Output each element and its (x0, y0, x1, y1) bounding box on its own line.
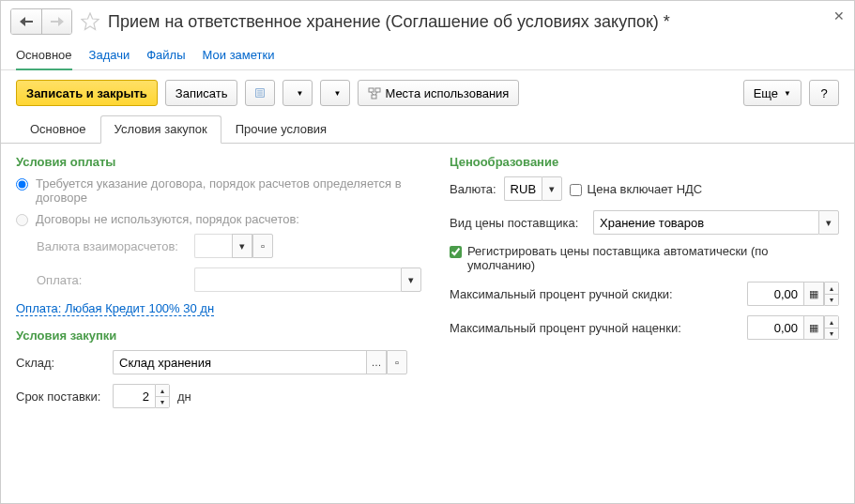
toolbar: Записать и закрыть Записать ▼ ▼ Места ис… (1, 70, 854, 115)
max-discount-calc[interactable]: ▦ (803, 282, 824, 306)
max-discount-input[interactable] (747, 282, 803, 306)
copy-dropdown-button[interactable]: ▼ (320, 80, 350, 106)
max-markup-down[interactable]: ▾ (825, 328, 838, 339)
save-close-button[interactable]: Записать и закрыть (16, 80, 158, 106)
left-column: Условия оплаты Требуется указание догово… (16, 155, 421, 492)
valuta-label: Валюта: (450, 182, 496, 196)
svg-rect-8 (369, 88, 374, 92)
valuta-row: Валюта: ▾ Цена включает НДС (450, 176, 839, 201)
auto-register-row: Регистрировать цены поставщика автоматич… (450, 244, 839, 272)
currency-open[interactable]: ▫ (252, 234, 273, 258)
nav-tab-zadachi[interactable]: Задачи (89, 48, 130, 62)
svg-rect-9 (375, 88, 380, 92)
subtab-prochie[interactable]: Прочие условия (221, 115, 341, 143)
max-markup-up[interactable]: ▴ (825, 316, 838, 328)
max-markup-row: Максимальный процент ручной наценки: ▦ ▴… (450, 315, 839, 340)
page-title: Прием на ответственное хранение (Соглаше… (108, 12, 670, 32)
currency-input[interactable] (194, 234, 232, 258)
price-type-row: Вид цены поставщика: ▾ (450, 210, 839, 235)
sub-tabs: Основное Условия закупок Прочие условия (1, 115, 854, 144)
svg-rect-10 (372, 95, 376, 99)
help-button[interactable]: ? (809, 80, 839, 106)
warehouse-row: Склад: … ▫ (16, 350, 421, 374)
close-button[interactable]: ✕ (833, 8, 845, 23)
window: Прием на ответственное хранение (Соглаше… (0, 0, 855, 504)
vat-label: Цена включает НДС (588, 182, 703, 196)
max-markup-input[interactable] (747, 315, 803, 340)
auto-register-checkbox[interactable] (450, 246, 462, 258)
price-type-dropdown[interactable]: ▾ (818, 210, 839, 235)
forward-button[interactable] (41, 9, 71, 34)
delivery-down[interactable]: ▾ (156, 396, 169, 407)
back-button[interactable] (11, 9, 41, 34)
subtab-osnovnoe[interactable]: Основное (16, 115, 100, 143)
doc-dropdown-button[interactable]: ▼ (282, 80, 313, 106)
payment-input[interactable] (194, 267, 401, 292)
save-button[interactable]: Записать (165, 80, 238, 106)
nav-tabs: Основное Задачи Файлы Мои заметки (1, 42, 854, 70)
subtab-zakupok[interactable]: Условия закупок (100, 115, 221, 144)
max-discount-label: Максимальный процент ручной скидки: (450, 287, 740, 301)
radio-no-contract-input[interactable] (16, 214, 28, 226)
payment-label: Оплата: (37, 273, 187, 287)
section-purchase-terms: Условия закупки (16, 328, 421, 343)
valuta-input[interactable] (504, 176, 542, 201)
favorite-icon[interactable] (80, 11, 100, 32)
right-column: Ценообразование Валюта: ▾ Цена включает … (450, 155, 839, 492)
vat-checkbox[interactable] (570, 184, 582, 196)
radio-contract-required: Требуется указание договора, порядок рас… (16, 176, 421, 205)
nav-tab-osnovnoe[interactable]: Основное (16, 48, 72, 70)
max-markup-label: Максимальный процент ручной наценки: (450, 321, 740, 335)
price-type-label: Вид цены поставщика: (450, 216, 586, 230)
max-discount-row: Максимальный процент ручной скидки: ▦ ▴ … (450, 282, 839, 306)
titlebar: Прием на ответственное хранение (Соглаше… (1, 1, 854, 42)
content: Условия оплаты Требуется указание догово… (1, 144, 854, 503)
radio-contract-required-input[interactable] (16, 178, 28, 191)
warehouse-select[interactable]: … (366, 350, 387, 374)
payment-link[interactable]: Оплата: Любая Кредит 100% 30 дн (16, 301, 214, 316)
delivery-row: Срок поставки: ▴ ▾ дн (16, 384, 421, 408)
currency-dropdown[interactable]: ▾ (232, 234, 252, 258)
currency-row: Валюта взаиморасчетов: ▾ ▫ (37, 234, 421, 258)
nav-buttons (10, 8, 72, 35)
nav-tab-zametki[interactable]: Мои заметки (203, 48, 275, 62)
list-button[interactable] (245, 80, 275, 106)
section-pricing: Ценообразование (450, 155, 839, 169)
delivery-input[interactable] (113, 384, 155, 408)
payment-row: Оплата: ▾ (37, 267, 421, 292)
warehouse-open[interactable]: ▫ (387, 350, 407, 374)
warehouse-input[interactable] (113, 350, 366, 374)
section-payment-terms: Условия оплаты (16, 155, 421, 169)
radio-no-contract: Договоры не используются, порядок расчет… (16, 212, 421, 226)
currency-label: Валюта взаиморасчетов: (37, 239, 187, 253)
warehouse-label: Склад: (16, 356, 105, 370)
max-markup-calc[interactable]: ▦ (803, 315, 824, 340)
payment-dropdown[interactable]: ▾ (401, 267, 421, 292)
auto-register-label: Регистрировать цены поставщика автоматич… (467, 244, 777, 272)
nav-tab-faily[interactable]: Файлы (146, 48, 185, 62)
usage-button[interactable]: Места использования (358, 80, 519, 106)
delivery-unit: дн (177, 389, 191, 404)
price-type-input[interactable] (593, 210, 818, 235)
delivery-label: Срок поставки: (16, 389, 105, 404)
more-button[interactable]: Еще▼ (743, 80, 802, 106)
max-discount-up[interactable]: ▴ (825, 283, 838, 294)
valuta-dropdown[interactable]: ▾ (542, 176, 562, 201)
max-discount-down[interactable]: ▾ (825, 294, 838, 305)
delivery-up[interactable]: ▴ (156, 385, 169, 396)
